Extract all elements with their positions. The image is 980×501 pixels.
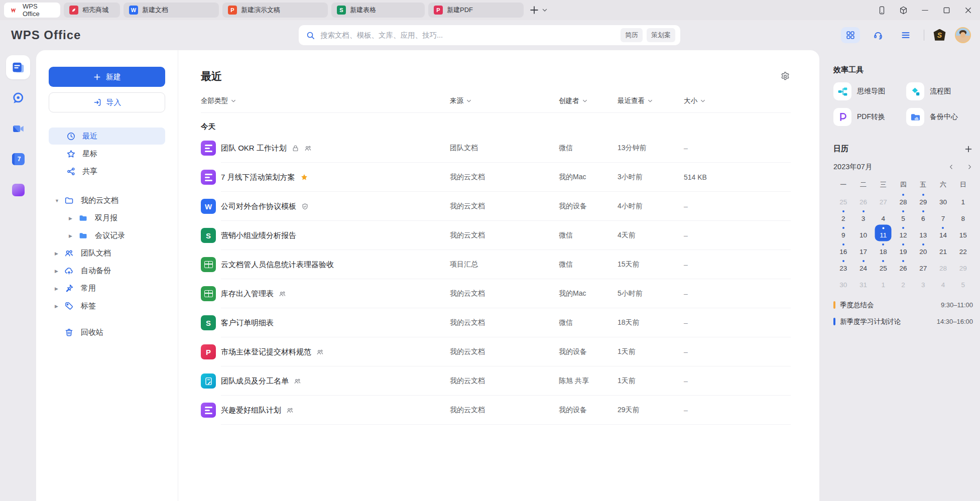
sidebar-group[interactable]: ▶标签 — [49, 297, 165, 315]
calendar-event[interactable]: 新季度学习计划讨论14:30–16:00 — [833, 313, 973, 330]
calendar-day[interactable]: 27 — [913, 258, 933, 274]
list-settings-gear-icon[interactable] — [780, 71, 791, 82]
file-row[interactable]: 兴趣爱好组队计划我的云文档我的设备29天前– — [201, 396, 791, 425]
sidebar-group[interactable]: ▶自动备份 — [49, 262, 165, 280]
calendar-day[interactable]: 5 — [893, 208, 913, 224]
calendar-day[interactable]: 25 — [873, 258, 893, 274]
tab-list-dropdown-icon[interactable] — [541, 5, 549, 16]
calendar-day[interactable]: 5 — [953, 274, 973, 291]
mobile-sync-icon[interactable] — [877, 6, 887, 15]
sidebar-folder[interactable]: ▶双月报 — [49, 209, 165, 227]
rail-apps-button[interactable] — [6, 178, 30, 202]
apps-grid-button[interactable] — [841, 27, 860, 43]
calendar-day[interactable]: 24 — [853, 258, 874, 274]
caret-right-icon[interactable]: ▶ — [69, 233, 74, 238]
calendar-day[interactable]: 18 — [873, 241, 893, 258]
sidebar-group[interactable]: ▼我的云文档 — [49, 192, 165, 209]
file-row[interactable]: 库存出入管理表我的云文档我的Mac5小时前– — [201, 279, 791, 308]
window-tab[interactable]: S新建表格 — [331, 3, 425, 18]
tool-pdfconvert[interactable]: PDF转换 — [833, 108, 906, 126]
calendar-day[interactable]: 1 — [873, 274, 893, 291]
calendar-day[interactable]: 30 — [933, 191, 953, 208]
search-tag-plan[interactable]: 策划案 — [647, 28, 675, 42]
sidebar-group[interactable]: ▶常用 — [49, 280, 165, 297]
calendar-day[interactable]: 3 — [913, 274, 933, 291]
main-menu-button[interactable] — [896, 27, 915, 43]
search-tag-resume[interactable]: 简历 — [621, 28, 643, 42]
calendar-day[interactable]: 23 — [833, 258, 853, 274]
filter-dropdown[interactable]: 创建者 — [559, 96, 618, 105]
calendar-day[interactable]: 1 — [953, 191, 973, 208]
calendar-day[interactable]: 10 — [853, 224, 874, 241]
calendar-day[interactable]: 20 — [913, 241, 933, 258]
calendar-day[interactable]: 22 — [953, 241, 973, 258]
caret-right-icon[interactable]: ▶ — [55, 304, 60, 309]
calendar-day[interactable]: 12 — [893, 224, 913, 241]
calendar-day[interactable]: 2 — [893, 274, 913, 291]
rail-calendar-button[interactable]: 7 — [6, 147, 30, 171]
rail-meeting-button[interactable] — [6, 116, 30, 141]
window-tab[interactable]: W新建文档 — [124, 3, 219, 18]
support-button[interactable] — [869, 27, 888, 43]
calendar-day[interactable]: 14 — [933, 224, 953, 241]
calendar-day[interactable]: 29 — [953, 258, 973, 274]
minimize-button[interactable] — [920, 6, 930, 15]
next-month-icon[interactable] — [966, 164, 973, 170]
sidebar-group[interactable]: ▶团队文档 — [49, 244, 165, 262]
file-row[interactable]: 7 月线下活动策划方案我的云文档我的Mac3小时前514 KB — [201, 163, 791, 192]
file-row[interactable]: S客户订单明细表我的云文档微信18天前– — [201, 308, 791, 337]
tool-mindmap[interactable]: 思维导图 — [833, 82, 906, 100]
rail-docs-button[interactable] — [6, 55, 30, 79]
window-tab[interactable]: WPS Office — [4, 3, 60, 18]
sidebar-item[interactable]: 最近 — [49, 128, 165, 145]
calendar-event[interactable]: 季度总结会9:30–11:00 — [833, 297, 973, 313]
caret-right-icon[interactable]: ▶ — [55, 269, 60, 274]
calendar-day[interactable]: 31 — [853, 274, 874, 291]
file-row[interactable]: 团队成员及分工名单我的云文档陈旭 共享1天前– — [201, 366, 791, 396]
calendar-day[interactable]: 26 — [853, 191, 874, 208]
import-button[interactable]: 导入 — [49, 92, 165, 112]
calendar-day[interactable]: 26 — [893, 258, 913, 274]
calendar-day[interactable]: 21 — [933, 241, 953, 258]
sidebar-item[interactable]: 星标 — [49, 145, 165, 162]
close-button[interactable] — [963, 6, 973, 15]
file-row[interactable]: 团队 OKR 工作计划团队文档微信13分钟前– — [201, 134, 791, 163]
caret-right-icon[interactable]: ▶ — [69, 216, 74, 221]
file-row[interactable]: S营销小组业绩分析报告我的云文档微信4天前– — [201, 221, 791, 250]
calendar-day[interactable]: 17 — [853, 241, 874, 258]
widget-box-icon[interactable] — [899, 6, 908, 15]
calendar-day-selected[interactable]: 11 — [873, 224, 893, 241]
tool-flowchart[interactable]: 流程图 — [906, 82, 973, 100]
filter-dropdown[interactable]: 最近查看 — [618, 96, 684, 105]
calendar-day[interactable]: 6 — [913, 208, 933, 224]
calendar-day[interactable]: 3 — [853, 208, 874, 224]
calendar-day[interactable]: 30 — [833, 274, 853, 291]
calendar-day[interactable]: 19 — [893, 241, 913, 258]
calendar-day[interactable]: 4 — [933, 274, 953, 291]
user-avatar[interactable] — [955, 27, 971, 43]
tool-backup[interactable]: 备份中心 — [906, 108, 973, 126]
calendar-day[interactable]: 7 — [933, 208, 953, 224]
search-bar[interactable]: 简历 策划案 — [299, 25, 680, 45]
sidebar-item-trash[interactable]: 回收站 — [49, 324, 165, 341]
sidebar-item[interactable]: 共享 — [49, 163, 165, 180]
sidebar-folder[interactable]: ▶会议记录 — [49, 227, 165, 244]
new-document-button[interactable]: 新建 — [49, 67, 165, 87]
calendar-day[interactable]: 29 — [913, 191, 933, 208]
file-row[interactable]: P市场主体登记提交材料规范我的云文档我的设备1天前– — [201, 337, 791, 366]
filter-dropdown[interactable]: 全部类型 — [201, 96, 450, 105]
file-row[interactable]: W公司对外合作协议模板我的云文档我的设备4小时前– — [201, 192, 791, 221]
file-row[interactable]: 云文档管人员信息统计表理器验收项目汇总微信15天前– — [201, 250, 791, 279]
calendar-day[interactable]: 28 — [933, 258, 953, 274]
maximize-button[interactable] — [942, 6, 951, 15]
calendar-day[interactable]: 13 — [913, 224, 933, 241]
rail-chat-button[interactable] — [6, 86, 30, 110]
search-input[interactable] — [320, 31, 617, 39]
svip-badge[interactable]: S — [933, 29, 946, 42]
calendar-day[interactable]: 25 — [833, 191, 853, 208]
window-tab[interactable]: 稻壳商城 — [64, 3, 120, 18]
caret-right-icon[interactable]: ▶ — [55, 286, 60, 291]
new-tab-button[interactable] — [529, 5, 540, 16]
calendar-day[interactable]: 8 — [953, 208, 973, 224]
filter-dropdown[interactable]: 大小 — [684, 96, 791, 105]
